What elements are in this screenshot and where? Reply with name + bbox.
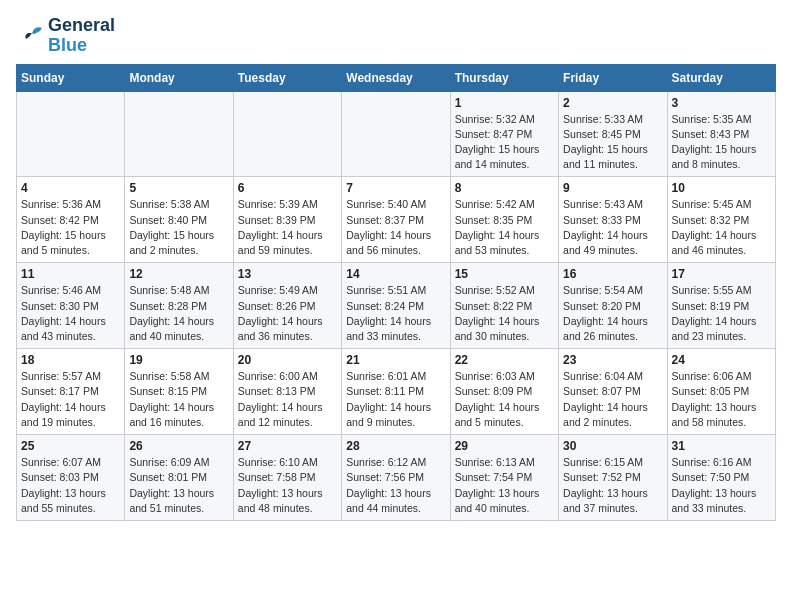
calendar-table: SundayMondayTuesdayWednesdayThursdayFrid… [16,64,776,521]
weekday-header: Wednesday [342,64,450,91]
day-number: 8 [455,181,554,195]
day-info: Sunrise: 6:04 AM Sunset: 8:07 PM Dayligh… [563,369,662,430]
calendar-cell: 22Sunrise: 6:03 AM Sunset: 8:09 PM Dayli… [450,349,558,435]
day-number: 23 [563,353,662,367]
day-number: 4 [21,181,120,195]
day-number: 24 [672,353,771,367]
calendar-cell: 16Sunrise: 5:54 AM Sunset: 8:20 PM Dayli… [559,263,667,349]
day-number: 26 [129,439,228,453]
logo-text: General Blue [48,16,115,56]
calendar-cell: 9Sunrise: 5:43 AM Sunset: 8:33 PM Daylig… [559,177,667,263]
day-number: 6 [238,181,337,195]
day-number: 19 [129,353,228,367]
day-info: Sunrise: 5:46 AM Sunset: 8:30 PM Dayligh… [21,283,120,344]
logo-bird-icon [16,25,44,47]
day-info: Sunrise: 5:52 AM Sunset: 8:22 PM Dayligh… [455,283,554,344]
day-number: 9 [563,181,662,195]
calendar-cell [233,91,341,177]
calendar-cell: 20Sunrise: 6:00 AM Sunset: 8:13 PM Dayli… [233,349,341,435]
day-number: 16 [563,267,662,281]
day-number: 31 [672,439,771,453]
day-info: Sunrise: 5:40 AM Sunset: 8:37 PM Dayligh… [346,197,445,258]
calendar-week-row: 11Sunrise: 5:46 AM Sunset: 8:30 PM Dayli… [17,263,776,349]
calendar-cell: 8Sunrise: 5:42 AM Sunset: 8:35 PM Daylig… [450,177,558,263]
day-info: Sunrise: 5:55 AM Sunset: 8:19 PM Dayligh… [672,283,771,344]
weekday-header: Saturday [667,64,775,91]
day-info: Sunrise: 5:43 AM Sunset: 8:33 PM Dayligh… [563,197,662,258]
weekday-header: Monday [125,64,233,91]
day-number: 27 [238,439,337,453]
weekday-header: Thursday [450,64,558,91]
day-info: Sunrise: 6:00 AM Sunset: 8:13 PM Dayligh… [238,369,337,430]
day-number: 7 [346,181,445,195]
calendar-cell: 23Sunrise: 6:04 AM Sunset: 8:07 PM Dayli… [559,349,667,435]
day-number: 20 [238,353,337,367]
calendar-cell: 5Sunrise: 5:38 AM Sunset: 8:40 PM Daylig… [125,177,233,263]
calendar-cell: 13Sunrise: 5:49 AM Sunset: 8:26 PM Dayli… [233,263,341,349]
calendar-cell: 4Sunrise: 5:36 AM Sunset: 8:42 PM Daylig… [17,177,125,263]
weekday-header: Sunday [17,64,125,91]
day-number: 3 [672,96,771,110]
calendar-week-row: 25Sunrise: 6:07 AM Sunset: 8:03 PM Dayli… [17,435,776,521]
weekday-header: Friday [559,64,667,91]
calendar-cell: 15Sunrise: 5:52 AM Sunset: 8:22 PM Dayli… [450,263,558,349]
calendar-cell: 25Sunrise: 6:07 AM Sunset: 8:03 PM Dayli… [17,435,125,521]
day-number: 12 [129,267,228,281]
calendar-cell [125,91,233,177]
page-header: General Blue [16,16,776,56]
calendar-cell: 18Sunrise: 5:57 AM Sunset: 8:17 PM Dayli… [17,349,125,435]
day-info: Sunrise: 6:09 AM Sunset: 8:01 PM Dayligh… [129,455,228,516]
calendar-cell: 24Sunrise: 6:06 AM Sunset: 8:05 PM Dayli… [667,349,775,435]
calendar-cell: 19Sunrise: 5:58 AM Sunset: 8:15 PM Dayli… [125,349,233,435]
calendar-cell: 6Sunrise: 5:39 AM Sunset: 8:39 PM Daylig… [233,177,341,263]
calendar-cell [342,91,450,177]
day-info: Sunrise: 5:57 AM Sunset: 8:17 PM Dayligh… [21,369,120,430]
day-info: Sunrise: 6:03 AM Sunset: 8:09 PM Dayligh… [455,369,554,430]
day-info: Sunrise: 5:36 AM Sunset: 8:42 PM Dayligh… [21,197,120,258]
day-info: Sunrise: 5:32 AM Sunset: 8:47 PM Dayligh… [455,112,554,173]
day-info: Sunrise: 5:48 AM Sunset: 8:28 PM Dayligh… [129,283,228,344]
day-info: Sunrise: 6:10 AM Sunset: 7:58 PM Dayligh… [238,455,337,516]
day-number: 17 [672,267,771,281]
calendar-cell: 11Sunrise: 5:46 AM Sunset: 8:30 PM Dayli… [17,263,125,349]
day-number: 28 [346,439,445,453]
day-info: Sunrise: 5:49 AM Sunset: 8:26 PM Dayligh… [238,283,337,344]
day-number: 11 [21,267,120,281]
calendar-week-row: 18Sunrise: 5:57 AM Sunset: 8:17 PM Dayli… [17,349,776,435]
day-info: Sunrise: 5:54 AM Sunset: 8:20 PM Dayligh… [563,283,662,344]
day-number: 22 [455,353,554,367]
calendar-cell: 7Sunrise: 5:40 AM Sunset: 8:37 PM Daylig… [342,177,450,263]
calendar-cell: 31Sunrise: 6:16 AM Sunset: 7:50 PM Dayli… [667,435,775,521]
day-number: 18 [21,353,120,367]
day-info: Sunrise: 6:13 AM Sunset: 7:54 PM Dayligh… [455,455,554,516]
day-number: 15 [455,267,554,281]
day-info: Sunrise: 5:35 AM Sunset: 8:43 PM Dayligh… [672,112,771,173]
day-number: 29 [455,439,554,453]
day-info: Sunrise: 5:51 AM Sunset: 8:24 PM Dayligh… [346,283,445,344]
calendar-cell: 27Sunrise: 6:10 AM Sunset: 7:58 PM Dayli… [233,435,341,521]
calendar-cell: 29Sunrise: 6:13 AM Sunset: 7:54 PM Dayli… [450,435,558,521]
calendar-cell: 17Sunrise: 5:55 AM Sunset: 8:19 PM Dayli… [667,263,775,349]
day-info: Sunrise: 5:42 AM Sunset: 8:35 PM Dayligh… [455,197,554,258]
calendar-cell: 30Sunrise: 6:15 AM Sunset: 7:52 PM Dayli… [559,435,667,521]
calendar-cell: 14Sunrise: 5:51 AM Sunset: 8:24 PM Dayli… [342,263,450,349]
day-info: Sunrise: 6:16 AM Sunset: 7:50 PM Dayligh… [672,455,771,516]
day-info: Sunrise: 6:15 AM Sunset: 7:52 PM Dayligh… [563,455,662,516]
calendar-cell: 21Sunrise: 6:01 AM Sunset: 8:11 PM Dayli… [342,349,450,435]
calendar-cell: 12Sunrise: 5:48 AM Sunset: 8:28 PM Dayli… [125,263,233,349]
calendar-cell: 10Sunrise: 5:45 AM Sunset: 8:32 PM Dayli… [667,177,775,263]
calendar-cell: 2Sunrise: 5:33 AM Sunset: 8:45 PM Daylig… [559,91,667,177]
calendar-cell: 1Sunrise: 5:32 AM Sunset: 8:47 PM Daylig… [450,91,558,177]
day-info: Sunrise: 5:45 AM Sunset: 8:32 PM Dayligh… [672,197,771,258]
calendar-week-row: 1Sunrise: 5:32 AM Sunset: 8:47 PM Daylig… [17,91,776,177]
logo: General Blue [16,16,115,56]
day-number: 10 [672,181,771,195]
day-number: 21 [346,353,445,367]
day-number: 13 [238,267,337,281]
day-info: Sunrise: 5:33 AM Sunset: 8:45 PM Dayligh… [563,112,662,173]
calendar-cell: 3Sunrise: 5:35 AM Sunset: 8:43 PM Daylig… [667,91,775,177]
calendar-cell: 28Sunrise: 6:12 AM Sunset: 7:56 PM Dayli… [342,435,450,521]
weekday-header: Tuesday [233,64,341,91]
day-info: Sunrise: 6:12 AM Sunset: 7:56 PM Dayligh… [346,455,445,516]
day-info: Sunrise: 5:38 AM Sunset: 8:40 PM Dayligh… [129,197,228,258]
